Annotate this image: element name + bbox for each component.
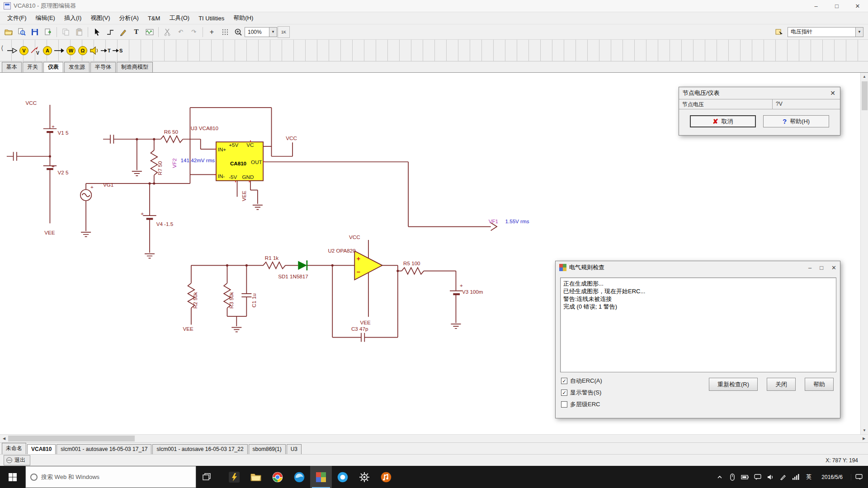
document-tab-4[interactable]: sbom869(1)	[249, 444, 286, 454]
mouse-icon[interactable]	[728, 473, 736, 481]
save-icon[interactable]	[28, 26, 41, 38]
export-icon[interactable]	[42, 26, 54, 38]
speaker-icon[interactable]	[89, 42, 100, 60]
chevron-down-icon[interactable]: ▼	[855, 28, 863, 37]
checkbox-icon[interactable]: ✓	[561, 389, 567, 396]
tray-chevron-icon[interactable]	[716, 473, 724, 481]
schematic-label[interactable]: U3 VCA810	[191, 125, 219, 131]
probe-selector[interactable]: 电压指针 ▼	[788, 27, 863, 37]
schematic-label[interactable]: +	[460, 282, 463, 288]
schematic-label[interactable]: GND	[242, 174, 254, 180]
start-button[interactable]	[0, 466, 25, 488]
schematic-label[interactable]: 1.55V rms	[505, 218, 529, 224]
schematic-label[interactable]: R6 50	[164, 129, 179, 135]
minimize-icon[interactable]: –	[808, 264, 811, 271]
paste-icon[interactable]	[73, 26, 85, 38]
schematic-label[interactable]: V3 100m	[462, 289, 483, 295]
schematic-label[interactable]: +	[141, 211, 144, 216]
redo-icon[interactable]: ↷	[188, 26, 200, 38]
copy-icon[interactable]	[60, 26, 72, 38]
browser-icon[interactable]	[288, 466, 310, 488]
jumper-1k-icon[interactable]: 1K	[278, 26, 290, 38]
chevron-down-icon[interactable]: ▼	[269, 28, 277, 37]
component-tab-2[interactable]: 仪表	[43, 62, 63, 72]
schematic-label[interactable]: VEE	[183, 326, 193, 332]
close-icon[interactable]: ✕	[831, 264, 836, 271]
chrome-icon[interactable]	[267, 466, 288, 488]
media-app-icon[interactable]	[375, 466, 397, 488]
schematic-label[interactable]: VEE	[241, 191, 247, 202]
schematic-label[interactable]: R1 1k	[265, 255, 279, 261]
horizontal-scrollbar[interactable]: ◀ ▶	[0, 434, 868, 442]
component-tab-0[interactable]: 基本	[2, 62, 22, 72]
menu-item-1[interactable]: 编辑(E)	[31, 12, 60, 24]
horizontal-scroll-thumb[interactable]	[8, 436, 135, 441]
action-center-icon[interactable]	[851, 474, 866, 480]
schematic-label[interactable]: VG1	[103, 182, 113, 188]
maximize-button[interactable]: □	[826, 0, 847, 12]
schematic-label[interactable]: +	[52, 123, 55, 129]
menu-item-2[interactable]: 插入(I)	[60, 12, 86, 24]
zoom-selector[interactable]: 100% ▼	[245, 27, 277, 37]
cut-icon[interactable]	[161, 26, 174, 38]
cursor-icon[interactable]	[91, 26, 103, 38]
network-icon[interactable]	[792, 473, 800, 481]
voltmeter-icon[interactable]: V	[18, 42, 30, 60]
waveform-icon[interactable]	[143, 26, 156, 38]
volume-icon[interactable]	[766, 473, 774, 481]
close-button[interactable]: 关闭	[767, 378, 796, 391]
schematic-label[interactable]: U2 OPA820	[328, 248, 356, 253]
schematic-label[interactable]: +5V	[229, 142, 238, 148]
schematic-label[interactable]: C3 47p	[351, 326, 368, 332]
vertical-scroll-thumb[interactable]	[862, 81, 868, 110]
node-dialog-titlebar[interactable]: 节点电压/仪表 ✕	[679, 87, 840, 99]
zoom-icon[interactable]	[232, 26, 244, 38]
document-tab-0[interactable]: 未命名	[2, 443, 26, 454]
schematic-label[interactable]: VEE	[44, 230, 55, 235]
schematic-label[interactable]: R3 50k	[228, 292, 234, 309]
settings-icon[interactable]	[354, 466, 375, 488]
signal-probe-icon[interactable]: S	[112, 42, 124, 60]
scroll-down-icon[interactable]: ▼	[861, 427, 868, 434]
open-folder-icon[interactable]	[2, 26, 14, 38]
menu-item-3[interactable]: 视图(V)	[86, 12, 114, 24]
close-button[interactable]: ✕	[847, 0, 868, 12]
text-tool-icon[interactable]: T	[130, 26, 142, 38]
erc-log-output[interactable]: 正在生成图形...已经生成图形，现在开始ERC...警告:连线未被连接完成 (0…	[560, 277, 836, 372]
schematic-label[interactable]: VCC	[286, 135, 297, 141]
recheck-button[interactable]: 重新检查(R)	[709, 378, 758, 391]
menu-item-4[interactable]: 分析(A)	[115, 12, 143, 24]
erc-dialog-titlebar[interactable]: 电气规则检查 – □ ✕	[556, 261, 840, 274]
schematic-label[interactable]: +	[52, 163, 55, 169]
menu-item-6[interactable]: 工具(O)	[165, 12, 194, 24]
task-view-button[interactable]	[196, 466, 217, 488]
schematic-label[interactable]: R7 50	[157, 161, 163, 175]
component-vg1-source[interactable]	[80, 189, 92, 201]
document-tab-2[interactable]: slcm001 - autosave 16-05-03 17_17	[57, 444, 151, 454]
file-explorer-icon[interactable]	[245, 466, 267, 488]
pen-icon[interactable]	[117, 26, 129, 38]
current-arrow-icon[interactable]	[53, 42, 65, 60]
cancel-button[interactable]: ✘ 取消	[690, 115, 756, 127]
schematic-label[interactable]: OUT	[251, 159, 262, 165]
scroll-right-icon[interactable]: ▶	[860, 435, 868, 442]
probe-mode-icon[interactable]	[773, 26, 785, 38]
checkbox-icon[interactable]	[561, 401, 567, 408]
document-tab-5[interactable]: U3	[287, 444, 302, 454]
minimize-button[interactable]: –	[806, 0, 826, 12]
wattmeter-icon[interactable]: W	[65, 42, 77, 60]
current-probe-icon[interactable]	[6, 42, 18, 60]
battery-icon[interactable]	[741, 473, 749, 481]
component-tab-5[interactable]: 制造商模型	[117, 62, 153, 72]
exit-button[interactable]: 退出	[4, 455, 30, 465]
schematic-label[interactable]: IN-	[218, 173, 225, 179]
maximize-icon[interactable]: □	[820, 264, 823, 271]
grid-icon[interactable]	[219, 26, 231, 38]
undo-icon[interactable]: ↶	[175, 26, 187, 38]
chat-icon[interactable]	[754, 473, 762, 481]
component-sd1-diode[interactable]	[298, 260, 307, 270]
schematic-label[interactable]: V2 5	[58, 169, 69, 175]
schematic-label[interactable]: 141.42mV rms	[181, 157, 215, 163]
schematic-label[interactable]: V4 -1.5	[156, 221, 173, 227]
document-tab-3[interactable]: slcm001 - autosave 16-05-03 17_22	[152, 444, 247, 454]
